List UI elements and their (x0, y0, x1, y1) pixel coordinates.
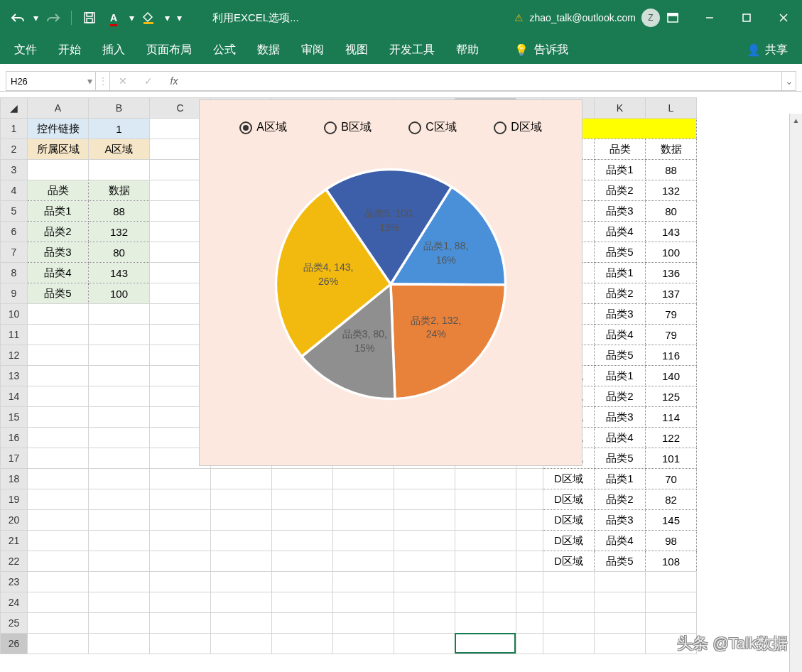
cell-K16[interactable]: 品类4 (595, 428, 646, 448)
cell-A21[interactable] (28, 531, 89, 551)
cell-B25[interactable] (89, 613, 150, 634)
tell-me[interactable]: 💡 告诉我 (514, 43, 568, 58)
radio-option-d[interactable]: D区域 (494, 120, 542, 135)
cell-L10[interactable]: 79 (646, 304, 697, 325)
radio-option-b[interactable]: B区域 (324, 120, 372, 135)
cell-C25[interactable] (150, 613, 211, 634)
cell-K5[interactable]: 品类3 (595, 201, 646, 222)
row-header-21[interactable]: 21 (1, 531, 28, 551)
cell-F25[interactable] (333, 613, 394, 634)
cell-G24[interactable] (394, 592, 455, 613)
row-header-5[interactable]: 5 (1, 201, 28, 222)
cell-I20[interactable] (516, 510, 543, 531)
cell-A9[interactable]: 品类5 (28, 283, 89, 304)
row-header-15[interactable]: 15 (1, 407, 28, 428)
cell-D20[interactable] (211, 510, 272, 531)
cell-A14[interactable] (28, 386, 89, 407)
cell-A1[interactable]: 控件链接 (28, 119, 89, 139)
cell-A13[interactable] (28, 366, 89, 386)
cell-L25[interactable] (646, 613, 697, 634)
cell-A22[interactable] (28, 551, 89, 572)
cell-F24[interactable] (333, 592, 394, 613)
undo-dropdown[interactable]: ▾ (31, 7, 40, 28)
cell-L11[interactable]: 79 (646, 325, 697, 345)
cell-H19[interactable] (455, 489, 516, 510)
tab-view[interactable]: 视图 (345, 43, 368, 58)
cell-C21[interactable] (150, 531, 211, 551)
row-header-24[interactable]: 24 (1, 592, 28, 613)
cell-L18[interactable]: 70 (646, 469, 697, 489)
user-email[interactable]: zhao_talk@outlook.com (529, 12, 636, 23)
cell-F23[interactable] (333, 572, 394, 592)
cell-K13[interactable]: 品类1 (595, 366, 646, 386)
cell-A8[interactable]: 品类4 (28, 263, 89, 283)
cell-D22[interactable] (211, 551, 272, 572)
cell-D26[interactable] (211, 634, 272, 654)
cell-B26[interactable] (89, 634, 150, 654)
row-header-1[interactable]: 1 (1, 119, 28, 139)
cell-K21[interactable]: 品类4 (595, 531, 646, 551)
cell-H26[interactable] (455, 634, 516, 654)
cell-C24[interactable] (150, 592, 211, 613)
cell-J22[interactable]: D区域 (543, 551, 595, 572)
cell-H25[interactable] (455, 613, 516, 634)
cell-A3[interactable] (28, 160, 89, 180)
cell-C23[interactable] (150, 572, 211, 592)
cell-B16[interactable] (89, 428, 150, 448)
cell-I25[interactable] (516, 613, 543, 634)
cell-J18[interactable]: D区域 (543, 469, 595, 489)
cell-L20[interactable]: 145 (646, 510, 697, 531)
cell-H23[interactable] (455, 572, 516, 592)
tab-formulas[interactable]: 公式 (213, 43, 236, 58)
cell-L23[interactable] (646, 572, 697, 592)
cell-L14[interactable]: 125 (646, 386, 697, 407)
minimize-button[interactable] (691, 0, 728, 36)
maximize-button[interactable] (728, 0, 765, 36)
row-header-3[interactable]: 3 (1, 160, 28, 180)
tab-help[interactable]: 帮助 (456, 43, 479, 58)
cell-K8[interactable]: 品类1 (595, 263, 646, 283)
save-button[interactable] (79, 7, 100, 28)
cell-K18[interactable]: 品类1 (595, 469, 646, 489)
cell-D25[interactable] (211, 613, 272, 634)
cell-L7[interactable]: 100 (646, 242, 697, 263)
cell-A17[interactable] (28, 448, 89, 469)
cell-J19[interactable]: D区域 (543, 489, 595, 510)
col-header-L[interactable]: L (646, 98, 697, 119)
row-header-13[interactable]: 13 (1, 366, 28, 386)
cell-C20[interactable] (150, 510, 211, 531)
cell-F26[interactable] (333, 634, 394, 654)
row-header-23[interactable]: 23 (1, 572, 28, 592)
row-header-4[interactable]: 4 (1, 180, 28, 201)
tab-insert[interactable]: 插入 (102, 43, 125, 58)
cell-B11[interactable] (89, 325, 150, 345)
cell-H18[interactable] (455, 469, 516, 489)
cell-E22[interactable] (272, 551, 333, 572)
cell-I19[interactable] (516, 489, 543, 510)
share-button[interactable]: 👤 共享 (747, 43, 788, 58)
enter-formula-button[interactable]: ✓ (136, 72, 161, 90)
cell-B2[interactable]: A区域 (89, 139, 150, 160)
col-header-A[interactable]: A (28, 98, 89, 119)
cell-J26[interactable] (543, 634, 595, 654)
cell-D21[interactable] (211, 531, 272, 551)
qat-customize[interactable]: ▾ (174, 7, 184, 28)
cell-B7[interactable]: 80 (89, 242, 150, 263)
row-header-7[interactable]: 7 (1, 242, 28, 263)
cell-L5[interactable]: 80 (646, 201, 697, 222)
cell-I24[interactable] (516, 592, 543, 613)
cell-C19[interactable] (150, 489, 211, 510)
row-header-11[interactable]: 11 (1, 325, 28, 345)
spreadsheet-grid[interactable]: ◢ A B C D E F G H I J K L 1控件链接1数据源2所属区域… (0, 97, 802, 654)
cell-L15[interactable]: 114 (646, 407, 697, 428)
cell-E19[interactable] (272, 489, 333, 510)
cell-K12[interactable]: 品类5 (595, 345, 646, 366)
cell-L12[interactable]: 116 (646, 345, 697, 366)
radio-option-c[interactable]: C区域 (408, 120, 457, 135)
radio-option-a[interactable]: A区域 (239, 120, 287, 135)
cell-K22[interactable]: 品类5 (595, 551, 646, 572)
redo-button[interactable] (43, 7, 64, 28)
cell-L24[interactable] (646, 592, 697, 613)
cell-B4[interactable]: 数据 (89, 180, 150, 201)
fill-color-button[interactable] (139, 7, 160, 28)
